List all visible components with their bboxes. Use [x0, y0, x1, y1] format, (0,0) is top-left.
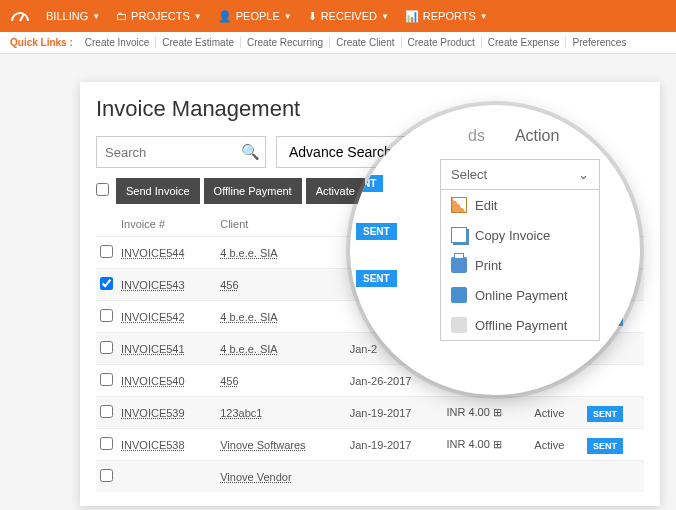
invoice-link[interactable]: INVOICE539 [121, 407, 185, 419]
row-checkbox[interactable] [100, 341, 113, 354]
dropdown-item-label: Offline Payment [475, 318, 567, 333]
quick-links-bar: Quick Links : Create Invoice Create Esti… [0, 32, 676, 54]
status-cell [530, 461, 583, 493]
top-nav: BILLING▼ 🗀PROJECTS▼ 👤PEOPLE▼ ⬇RECEIVED▼ … [0, 0, 676, 32]
download-icon: ⬇ [308, 10, 317, 23]
client-link[interactable]: 456 [220, 375, 238, 387]
ql-create-client[interactable]: Create Client [330, 37, 401, 48]
zoom-lens: NT SENT SENT dsAction Select⌄ EditCopy I… [350, 105, 640, 395]
table-row: INVOICE539123abc1Jan-19-2017INR 4.00 ⊞Ac… [96, 397, 644, 429]
folder-icon: 🗀 [116, 10, 127, 22]
action-dropdown: Select⌄ EditCopy InvoicePrintOnline Paym… [440, 159, 600, 341]
amount-cell: INR 4.00 ⊞ [442, 429, 530, 461]
person-icon: 👤 [218, 10, 232, 23]
nav-received[interactable]: ⬇RECEIVED▼ [300, 10, 397, 23]
client-link[interactable]: 123abc1 [220, 407, 262, 419]
date-cell: Jan-19-2017 [346, 429, 443, 461]
ql-create-invoice[interactable]: Create Invoice [79, 37, 156, 48]
invoice-link[interactable]: INVOICE543 [121, 279, 185, 291]
copy-icon [451, 227, 467, 243]
invoice-link[interactable]: INVOICE542 [121, 311, 185, 323]
status-badge: SENT [356, 223, 397, 240]
invoice-link[interactable]: INVOICE538 [121, 439, 185, 451]
quick-links-label: Quick Links : [10, 37, 73, 48]
ql-create-estimate[interactable]: Create Estimate [156, 37, 241, 48]
print-icon [451, 257, 467, 273]
invoice-link[interactable]: INVOICE541 [121, 343, 185, 355]
activate-button[interactable]: Activate [306, 178, 365, 204]
nav-people[interactable]: 👤PEOPLE▼ [210, 10, 300, 23]
select-all-checkbox[interactable] [96, 183, 109, 196]
nav-projects[interactable]: 🗀PROJECTS▼ [108, 10, 210, 22]
col-invoice: Invoice # [117, 212, 216, 237]
search-input[interactable] [97, 145, 235, 160]
invoice-link[interactable]: INVOICE540 [121, 375, 185, 387]
nav-reports[interactable]: 📊REPORTS▼ [397, 10, 496, 23]
status-badge: SENT [356, 270, 397, 287]
date-cell: Jan-19-2017 [346, 397, 443, 429]
table-row: INVOICE538Vinove SoftwaresJan-19-2017INR… [96, 429, 644, 461]
svg-line-0 [20, 14, 24, 21]
ql-preferences[interactable]: Preferences [566, 37, 632, 48]
col-client: Client [216, 212, 345, 237]
dropdown-item[interactable]: Copy Invoice [441, 220, 599, 250]
chart-icon: 📊 [405, 10, 419, 23]
ql-create-recurring[interactable]: Create Recurring [241, 37, 330, 48]
ql-create-expense[interactable]: Create Expense [482, 37, 567, 48]
row-checkbox[interactable] [100, 437, 113, 450]
client-link[interactable]: 456 [220, 279, 238, 291]
ql-create-product[interactable]: Create Product [402, 37, 482, 48]
status-cell: Active [530, 429, 583, 461]
search-box: 🔍 [96, 136, 266, 168]
row-checkbox[interactable] [100, 245, 113, 258]
edit-icon [451, 197, 467, 213]
row-checkbox[interactable] [100, 469, 113, 482]
invoice-link[interactable]: INVOICE544 [121, 247, 185, 259]
status-badge: SENT [587, 438, 623, 454]
dropdown-item[interactable]: Online Payment [441, 280, 599, 310]
dropdown-item-label: Copy Invoice [475, 228, 550, 243]
dropdown-item-label: Print [475, 258, 502, 273]
offline-payment-icon [451, 317, 467, 333]
amount-cell [442, 461, 530, 493]
status-cell: Active [530, 397, 583, 429]
dropdown-toggle[interactable]: Select⌄ [441, 160, 599, 190]
client-link[interactable]: Vinove Vendor [220, 471, 291, 483]
offline-payment-button[interactable]: Offline Payment [204, 178, 302, 204]
nav-billing[interactable]: BILLING▼ [38, 10, 108, 22]
amount-cell: INR 4.00 ⊞ [442, 397, 530, 429]
chevron-down-icon: ⌄ [578, 167, 589, 182]
dropdown-item[interactable]: Print [441, 250, 599, 280]
online-payment-icon [451, 287, 467, 303]
date-cell [346, 461, 443, 493]
search-icon[interactable]: 🔍 [235, 143, 265, 161]
row-checkbox[interactable] [100, 405, 113, 418]
dropdown-item[interactable]: Offline Payment [441, 310, 599, 340]
client-link[interactable]: 4 b.e.e. SIA [220, 247, 277, 259]
client-link[interactable]: 4 b.e.e. SIA [220, 311, 277, 323]
dashboard-icon[interactable] [10, 9, 30, 23]
dropdown-item-label: Online Payment [475, 288, 568, 303]
page-title: Invoice Management [96, 96, 644, 122]
client-link[interactable]: Vinove Softwares [220, 439, 305, 451]
row-checkbox[interactable] [100, 277, 113, 290]
status-badge: SENT [587, 406, 623, 422]
row-checkbox[interactable] [100, 373, 113, 386]
row-checkbox[interactable] [100, 309, 113, 322]
table-row: Vinove Vendor [96, 461, 644, 493]
dropdown-item-label: Edit [475, 198, 497, 213]
client-link[interactable]: 4 b.e.e. SIA [220, 343, 277, 355]
send-invoice-button[interactable]: Send Invoice [116, 178, 200, 204]
dropdown-item[interactable]: Edit [441, 190, 599, 220]
